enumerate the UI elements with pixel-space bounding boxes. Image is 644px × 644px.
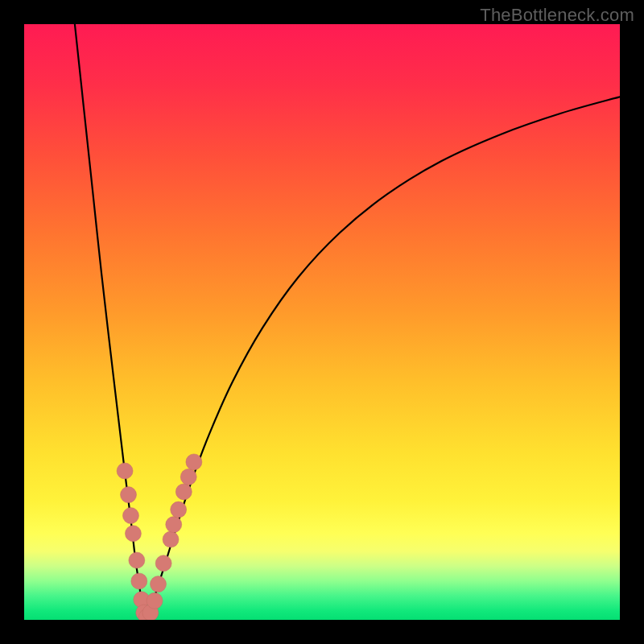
plot-area xyxy=(24,24,620,620)
outer-frame: TheBottleneck.com xyxy=(0,0,644,644)
data-marker xyxy=(131,573,147,589)
data-marker xyxy=(155,555,171,572)
data-marker xyxy=(166,517,182,533)
data-marker xyxy=(147,592,163,609)
bottleneck-curve xyxy=(75,24,620,618)
data-marker xyxy=(121,487,137,503)
data-marker xyxy=(117,463,133,479)
curve-layer xyxy=(24,24,620,620)
data-marker xyxy=(180,469,196,485)
data-marker xyxy=(186,454,202,470)
data-marker xyxy=(129,552,145,568)
data-marker xyxy=(175,484,192,500)
watermark-text: TheBottleneck.com xyxy=(480,5,634,26)
data-marker xyxy=(151,576,167,592)
data-marker xyxy=(122,508,138,524)
data-marker xyxy=(163,531,179,547)
data-marker xyxy=(171,502,187,518)
data-marker xyxy=(125,526,141,542)
